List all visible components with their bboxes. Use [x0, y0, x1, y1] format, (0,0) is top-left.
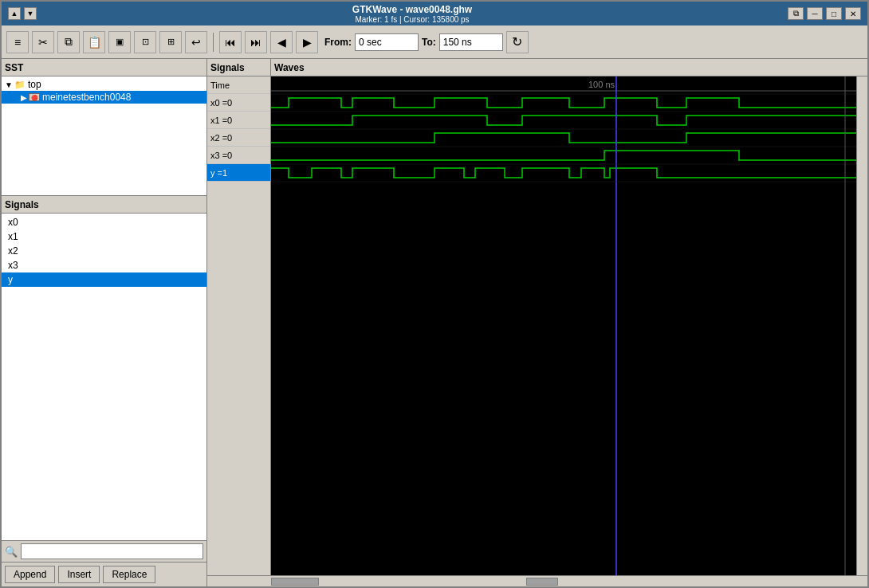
insert-button[interactable]: Insert	[58, 566, 100, 583]
minimize-btn[interactable]: ─	[807, 7, 823, 20]
wave-row-y: y =1	[207, 164, 270, 182]
tree-item-top-label: top	[28, 79, 41, 90]
wave-header-row: Signals Waves	[207, 59, 867, 76]
main-window: ▲ ▼ GTKWave - wave0048.ghw Marker: 1 fs …	[0, 0, 869, 588]
main-area: SST ▼ 📁 top ▶ 🔴 meinetestbench0048 Signa	[2, 59, 867, 586]
to-input[interactable]	[439, 33, 503, 51]
wave-canvas	[271, 76, 856, 575]
right-scrollbar[interactable]	[856, 76, 867, 575]
expand-arrow: ▼	[5, 80, 13, 89]
hamburger-btn[interactable]: ≡	[6, 31, 29, 53]
signal-y-label: y	[8, 274, 13, 285]
title-bar-left: ▲ ▼	[8, 7, 37, 20]
select-all-btn[interactable]: ▣	[108, 31, 131, 53]
signal-x1-label: x1	[8, 231, 18, 242]
jump-start-btn[interactable]: ⏮	[219, 31, 242, 53]
wave-row-x2-label: x2 =0	[210, 133, 232, 143]
signals-header: Signals	[2, 196, 206, 214]
collapse-down-btn[interactable]: ▼	[24, 7, 37, 20]
wave-signals-col-header: Signals	[207, 59, 271, 76]
signal-x3-label: x3	[8, 260, 18, 271]
bottom-buttons: Append Insert Replace	[2, 562, 206, 586]
title-bar: ▲ ▼ GTKWave - wave0048.ghw Marker: 1 fs …	[2, 2, 867, 25]
window-subtitle: Marker: 1 fs | Cursor: 135800 ps	[355, 15, 469, 24]
h-scrollbar-thumb[interactable]	[271, 578, 319, 586]
signal-x1[interactable]: x1	[2, 229, 206, 244]
right-panel: Signals Waves Time x0 =0 x1 =0	[207, 59, 867, 586]
signal-x3[interactable]: x3	[2, 258, 206, 272]
toolbar: ≡ ✂ ⧉ 📋 ▣ ⊡ ⊞ ↩ ⏮ ⏭ ◀ ▶ From: To: ↻	[2, 25, 867, 59]
next-btn[interactable]: ▶	[296, 31, 318, 53]
wave-row-x3-label: x3 =0	[210, 151, 232, 160]
cut-btn[interactable]: ✂	[32, 31, 54, 53]
window-controls: ⧉ ─ □ ✕	[788, 7, 861, 20]
collapse-up-btn[interactable]: ▲	[8, 7, 21, 20]
signal-x0-label: x0	[8, 217, 18, 228]
toolbar-sep1	[213, 33, 214, 52]
zoom-select-btn[interactable]: ⊞	[159, 31, 182, 53]
from-input[interactable]	[355, 33, 419, 51]
search-bar: 🔍	[2, 540, 206, 562]
search-icon: 🔍	[5, 546, 18, 558]
prev-btn[interactable]: ◀	[270, 31, 293, 53]
wave-row-time-label: Time	[210, 80, 230, 90]
from-label: From:	[324, 37, 352, 48]
waves-header-label: Waves	[274, 62, 305, 73]
wave-row-y-label: y =1	[210, 168, 227, 178]
wave-signals-header-label: Signals	[210, 62, 245, 73]
wave-sig-names: Time x0 =0 x1 =0 x2 =0 x3 =0 y	[207, 76, 271, 575]
copy-btn[interactable]: ⧉	[57, 31, 80, 53]
restore-btn[interactable]: ⧉	[788, 7, 804, 20]
window-title: GTKWave - wave0048.ghw	[352, 4, 472, 15]
replace-button[interactable]: Replace	[103, 566, 155, 583]
sst-header: SST	[2, 59, 206, 76]
wave-row-x0-label: x0 =0	[210, 98, 232, 108]
zoom-fit-btn[interactable]: ⊡	[134, 31, 156, 53]
signals-label: Signals	[5, 199, 39, 210]
h-scrollbar-thumb2[interactable]	[526, 578, 558, 586]
signals-section: Signals x0 x1 x2 x3 y	[2, 196, 206, 586]
refresh-btn[interactable]: ↻	[506, 31, 529, 53]
search-input[interactable]	[21, 543, 203, 559]
close-btn[interactable]: ✕	[845, 7, 861, 20]
title-center: GTKWave - wave0048.ghw Marker: 1 fs | Cu…	[352, 4, 472, 24]
signal-x2-label: x2	[8, 245, 18, 257]
wave-row-x1-label: x1 =0	[210, 116, 232, 125]
tree-item-top[interactable]: ▼ 📁 top	[2, 78, 206, 91]
append-button[interactable]: Append	[5, 566, 55, 583]
sst-label: SST	[5, 62, 23, 73]
signal-x2[interactable]: x2	[2, 244, 206, 258]
jump-end-btn[interactable]: ⏭	[245, 31, 267, 53]
folder-icon: 📁	[14, 80, 26, 90]
wave-row-x3: x3 =0	[207, 147, 270, 164]
left-panel: SST ▼ 📁 top ▶ 🔴 meinetestbench0048 Signa	[2, 59, 207, 586]
signals-list[interactable]: x0 x1 x2 x3 y	[2, 214, 206, 540]
signal-x0[interactable]: x0	[2, 215, 206, 229]
paste-btn[interactable]: 📋	[83, 31, 105, 53]
tree-item-bench[interactable]: ▶ 🔴 meinetestbench0048	[2, 91, 206, 104]
wave-canvas-area[interactable]	[271, 76, 856, 575]
wave-row-x2: x2 =0	[207, 129, 270, 147]
wave-row-x1: x1 =0	[207, 112, 270, 129]
maximize-btn[interactable]: □	[826, 7, 842, 20]
tree-item-bench-label: meinetestbench0048	[42, 92, 131, 103]
wave-row-time: Time	[207, 76, 270, 94]
chip-icon: 🔴	[29, 93, 40, 101]
undo-btn[interactable]: ↩	[185, 31, 207, 53]
from-to-group: From: To:	[324, 33, 503, 51]
bench-arrow: ▶	[21, 93, 27, 102]
sst-tree[interactable]: ▼ 📁 top ▶ 🔴 meinetestbench0048	[2, 76, 206, 196]
signal-y[interactable]: y	[2, 272, 206, 287]
horizontal-scrollbar[interactable]	[207, 575, 867, 586]
to-label: To:	[422, 37, 436, 48]
wave-row-x0: x0 =0	[207, 94, 270, 112]
waves-label: Waves	[271, 59, 867, 76]
wave-content: Time x0 =0 x1 =0 x2 =0 x3 =0 y	[207, 76, 867, 575]
